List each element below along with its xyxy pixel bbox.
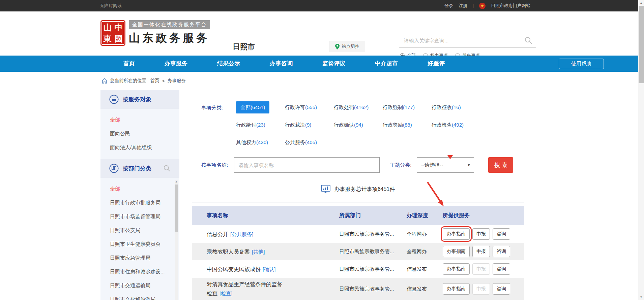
category-filter[interactable]: 行政奖励(88) xyxy=(383,119,432,131)
nav-item[interactable]: 办事咨询 xyxy=(255,56,308,72)
topic-label: 主题分类: xyxy=(390,162,411,168)
item-category-tag-link[interactable]: [其他] xyxy=(252,249,265,255)
sidebar-item[interactable]: 日照市卫生健康委员会 xyxy=(110,237,179,251)
stats-chart-icon xyxy=(321,185,330,194)
topic-select[interactable]: --请选择-- ▼ xyxy=(417,157,474,173)
help-button[interactable]: 使用帮助 xyxy=(559,59,604,69)
category-filter-box: 行政奖励(88) xyxy=(383,122,412,128)
item-category-tag-link[interactable]: [检查] xyxy=(219,291,232,296)
nav-item[interactable]: 办事服务 xyxy=(150,56,202,72)
sidebar-item[interactable]: 日照市市场监督管理局 xyxy=(110,209,179,223)
sidebar-item[interactable]: 全部 xyxy=(110,113,179,127)
item-category-tag-link[interactable]: [确认] xyxy=(263,266,275,272)
guide-button[interactable]: 办事指南 xyxy=(443,228,470,240)
sidebar-item[interactable]: 面向法人/其他组织 xyxy=(110,140,179,154)
site-switch-label: 站点切换 xyxy=(342,43,359,49)
item-category-tag-link[interactable]: [公共服务] xyxy=(230,231,253,237)
sidebar-item[interactable]: 全部 xyxy=(110,182,179,196)
search-button[interactable]: 搜 索 xyxy=(488,157,513,173)
guide-button[interactable]: 办事指南 xyxy=(443,246,470,257)
category-filter[interactable]: 行政征收(16) xyxy=(432,101,480,113)
national-emblem-icon: ★ xyxy=(479,3,486,9)
item-name-input[interactable] xyxy=(234,162,379,168)
guide-button[interactable]: 办事指南 xyxy=(443,263,470,275)
nav-items: 首页办事服务结果公示办事咨询监督评议中介超市好差评 xyxy=(109,56,460,72)
scrollbar-down-icon[interactable]: ▼ xyxy=(638,294,644,300)
seal-char: 東 xyxy=(102,33,113,44)
category-filter[interactable]: 其他权力(430) xyxy=(236,136,285,148)
item-action-buttons: 办事指南申报咨询 xyxy=(443,228,524,240)
stats-row: 办事服务总计事项6451件 xyxy=(192,185,524,194)
accessibility-link[interactable]: 无障碍阅读 xyxy=(100,3,122,9)
apply-button[interactable]: 申报 xyxy=(472,283,490,295)
department-list: 全部日照市行政审批服务局日照市市场监督管理局日照市公安局日照市卫生健康委员会日照… xyxy=(100,178,179,300)
nav-item[interactable]: 首页 xyxy=(109,56,150,72)
category-filter[interactable]: 行政许可(555) xyxy=(285,101,334,113)
sidebar-item[interactable]: 日照市住房和城乡建设... xyxy=(110,265,179,278)
sidebar-section-title: 按部门分类 xyxy=(123,165,151,172)
guide-button[interactable]: 办事指南 xyxy=(443,283,470,295)
category-filter[interactable]: 行政给付(23) xyxy=(236,119,285,131)
breadcrumb-home-link[interactable]: 首页 xyxy=(150,78,159,84)
category-filter[interactable]: 行政处罚(4162) xyxy=(334,101,383,113)
scrollbar-up-icon[interactable]: ▲ xyxy=(638,0,644,6)
category-filter[interactable]: 行政裁决(9) xyxy=(285,119,334,131)
item-depth: 全程网办 xyxy=(407,248,443,255)
consult-button[interactable]: 咨询 xyxy=(493,246,510,257)
sidebar-item[interactable]: 日照市文化和旅游局 xyxy=(110,292,179,300)
department-scrollbar-thumb[interactable] xyxy=(175,185,178,232)
service-target-list: 全部面向公民面向法人/其他组织 xyxy=(100,109,179,159)
category-name: 行政强制 xyxy=(383,104,403,110)
table-row: 对清真食品生产经营条件的监督检查[检查]日照市民族宗教事务管...信息发布办事指… xyxy=(192,278,524,300)
apply-button[interactable]: 申报 xyxy=(472,228,490,240)
item-depth: 全程网办 xyxy=(407,231,443,237)
apply-button[interactable]: 申报 xyxy=(472,263,490,275)
item-name: 宗教教职人员备案 xyxy=(207,249,250,255)
table-header-cell: 所提供服务 xyxy=(443,212,524,219)
page-root: 无障碍阅读 登录 注册 | ★ 日照市政府门户网站 山中東國 全国一体化在线政务… xyxy=(0,0,644,300)
category-count: (430) xyxy=(256,139,268,145)
department-search-icon[interactable] xyxy=(163,165,171,172)
nav-item[interactable]: 结果公示 xyxy=(202,56,255,72)
nav-item[interactable]: 监督评议 xyxy=(308,56,360,72)
category-filter[interactable]: 行政强制(177) xyxy=(383,101,432,113)
page-scrollbar[interactable]: ▲ ▼ xyxy=(638,0,644,300)
nav-item[interactable]: 好差评 xyxy=(413,56,460,72)
item-name-cell: 中国公民变更民族成份[确认] xyxy=(207,265,287,274)
sidebar-item[interactable]: 日照市交通运输局 xyxy=(110,278,179,292)
category-filter[interactable]: 行政检查(492) xyxy=(432,119,480,131)
category-filter-label: 事项分类: xyxy=(201,101,236,154)
breadcrumb-label: 您当前所在的位置: xyxy=(110,78,148,84)
search-icon[interactable] xyxy=(524,36,532,44)
location-pin-icon xyxy=(335,44,340,49)
category-name: 行政确认 xyxy=(334,122,354,128)
sidebar-item[interactable]: 日照市公安局 xyxy=(110,223,179,237)
consult-button[interactable]: 咨询 xyxy=(493,228,510,240)
department-scrollbar[interactable]: ▲ xyxy=(175,180,178,300)
keyword-search-input[interactable] xyxy=(399,38,524,43)
consult-button[interactable]: 咨询 xyxy=(493,263,510,275)
category-filter-row: 事项分类: 全部(6451)行政许可(555)行政处罚(4162)行政强制(17… xyxy=(192,101,524,154)
category-name: 公共服务 xyxy=(285,139,305,145)
login-link[interactable]: 登录 xyxy=(444,3,453,9)
item-depth: 信息发布 xyxy=(407,266,443,272)
nav-item[interactable]: 中介超市 xyxy=(360,56,413,72)
site-logo[interactable]: 山中東國 全国一体化在线政务服务平台 山东政务服务 xyxy=(100,20,210,46)
sidebar-item[interactable]: 日照市应急管理局 xyxy=(110,251,179,265)
sidebar-section-department: 按部门分类 xyxy=(100,159,179,178)
page-scrollbar-thumb[interactable] xyxy=(639,6,644,83)
category-filter[interactable]: 公共服务(405) xyxy=(285,136,334,148)
scroll-up-icon[interactable]: ▲ xyxy=(175,180,178,184)
sidebar: 按服务对象 全部面向公民面向法人/其他组织 按部门分类 全部日照市行政审批服务局… xyxy=(100,90,179,300)
category-filter[interactable]: 行政确认(94) xyxy=(334,119,383,131)
portal-link[interactable]: 日照市政府门户网站 xyxy=(491,3,530,9)
item-department: 日照市民族宗教事务管... xyxy=(339,248,407,255)
consult-button[interactable]: 咨询 xyxy=(493,283,510,295)
sidebar-item[interactable]: 面向公民 xyxy=(110,127,179,140)
category-filter[interactable]: 全部(6451) xyxy=(236,101,285,113)
item-department: 日照市民族宗教事务管... xyxy=(339,231,407,237)
site-switch-button[interactable]: 站点切换 xyxy=(329,41,365,52)
register-link[interactable]: 注册 xyxy=(459,3,467,9)
apply-button[interactable]: 申报 xyxy=(472,246,490,257)
sidebar-item[interactable]: 日照市行政审批服务局 xyxy=(110,196,179,209)
